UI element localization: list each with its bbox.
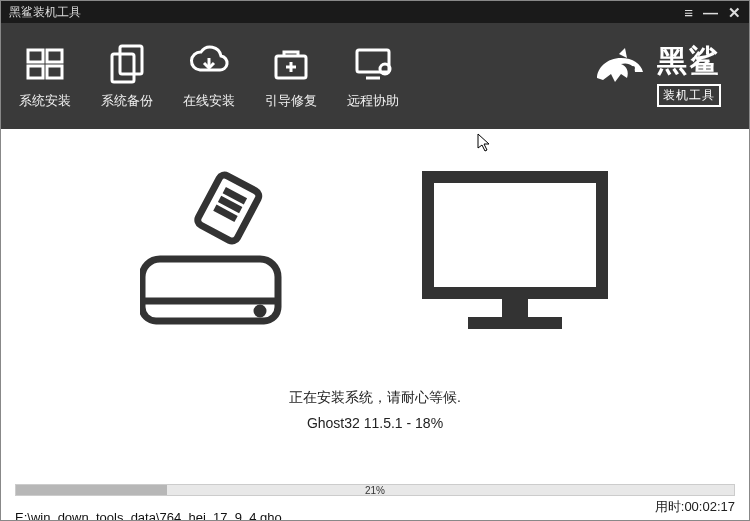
window-title: 黑鲨装机工具 [9, 4, 81, 21]
cursor-icon [477, 133, 493, 157]
svg-rect-3 [47, 66, 62, 78]
svg-rect-22 [502, 293, 528, 317]
cloud-download-icon [188, 42, 230, 84]
titlebar: 黑鲨装机工具 ≡ — ✕ [1, 1, 749, 23]
nav-item-remote[interactable]: 远程协助 [347, 42, 399, 110]
brand-text: 黑鲨 装机工具 [657, 41, 721, 107]
progress-label: 21% [365, 485, 385, 496]
brand-sub: 装机工具 [657, 84, 721, 107]
disk-file-icon [140, 169, 300, 343]
nav-item-online[interactable]: 在线安装 [183, 42, 235, 110]
nav-label: 引导修复 [265, 92, 317, 110]
elapsed-time: 用时:00:02:17 [655, 498, 735, 516]
nav-label: 远程协助 [347, 92, 399, 110]
brand-logo: 黑鲨 装机工具 [591, 41, 721, 107]
svg-rect-15 [196, 173, 261, 243]
nav-item-bootfix[interactable]: 引导修复 [265, 42, 317, 110]
status-text: 正在安装系统，请耐心等候. Ghost32 11.5.1 - 18% [1, 389, 749, 439]
svg-rect-21 [428, 177, 602, 293]
minimize-button[interactable]: — [703, 5, 718, 20]
nav-item-install[interactable]: 系统安装 [19, 42, 71, 110]
shark-icon [591, 44, 647, 104]
svg-point-12 [380, 64, 390, 74]
menu-button[interactable]: ≡ [684, 5, 693, 20]
brand-main: 黑鲨 [657, 41, 721, 82]
nav-label: 系统安装 [19, 92, 71, 110]
content: 正在安装系统，请耐心等候. Ghost32 11.5.1 - 18% 21% 用… [1, 129, 749, 521]
svg-rect-4 [120, 46, 142, 74]
status-line-2: Ghost32 11.5.1 - 18% [1, 415, 749, 431]
nav: 系统安装 系统备份 在线安装 引导修复 远程协助 [19, 42, 399, 110]
illustration [1, 169, 749, 343]
window-controls: ≡ — ✕ [684, 5, 741, 20]
svg-marker-13 [619, 48, 627, 58]
svg-point-20 [257, 308, 263, 314]
progress-area: 21% 用时:00:02:17 E:\win_down_tools_data\7… [15, 484, 735, 496]
svg-point-14 [631, 66, 635, 70]
remote-assist-icon [352, 42, 394, 84]
svg-rect-1 [47, 50, 62, 62]
monitor-icon [420, 169, 610, 343]
svg-rect-10 [357, 50, 389, 72]
backup-icon [106, 42, 148, 84]
close-button[interactable]: ✕ [728, 5, 741, 20]
nav-item-backup[interactable]: 系统备份 [101, 42, 153, 110]
progress-fill [16, 485, 167, 495]
svg-rect-23 [468, 317, 562, 329]
svg-rect-2 [28, 66, 43, 78]
svg-rect-0 [28, 50, 43, 62]
file-path: E:\win_down_tools_data\764_hei_17_9_4.gh… [15, 510, 282, 521]
status-line-1: 正在安装系统，请耐心等候. [1, 389, 749, 407]
svg-rect-5 [112, 54, 134, 82]
boot-repair-icon [270, 42, 312, 84]
header: 系统安装 系统备份 在线安装 引导修复 远程协助 [1, 23, 749, 129]
progress-bar: 21% [15, 484, 735, 496]
nav-label: 在线安装 [183, 92, 235, 110]
windows-install-icon [24, 42, 66, 84]
nav-label: 系统备份 [101, 92, 153, 110]
